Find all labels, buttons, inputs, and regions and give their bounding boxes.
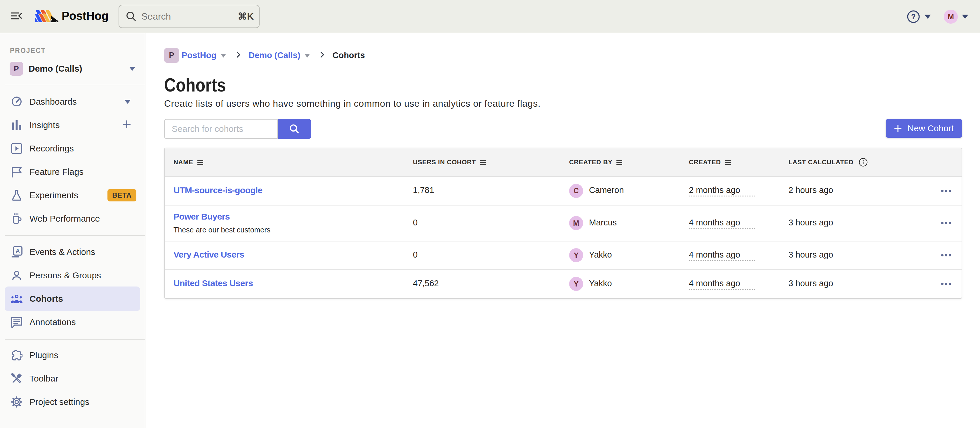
svg-text:?: ? [911,13,915,21]
svg-text:A: A [16,248,19,254]
